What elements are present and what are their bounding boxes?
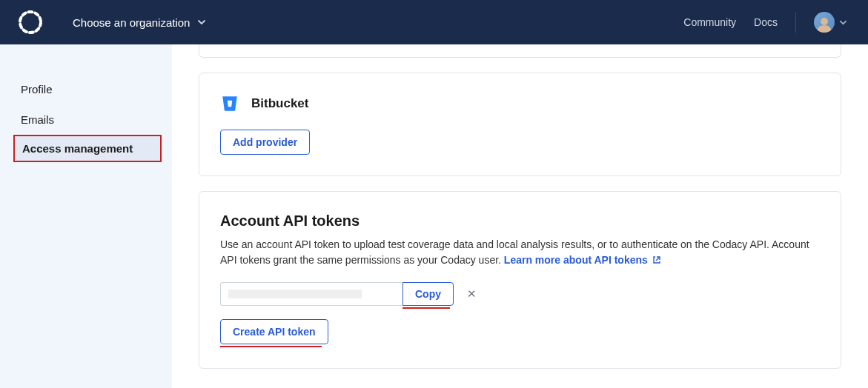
token-row: Copy ✕ [220, 282, 820, 306]
chevron-down-icon [839, 19, 847, 27]
delete-token-button[interactable]: ✕ [464, 287, 480, 301]
highlight-underline [220, 346, 322, 347]
org-selector-label: Choose an organization [73, 16, 190, 29]
chevron-down-icon [197, 18, 206, 27]
codacy-logo[interactable] [18, 10, 43, 35]
sidebar-item-profile[interactable]: Profile [0, 74, 172, 104]
create-api-token-button[interactable]: Create API token [220, 319, 328, 344]
token-value-field[interactable] [220, 282, 402, 306]
community-link[interactable]: Community [683, 16, 736, 28]
copy-button[interactable]: Copy [402, 282, 454, 306]
api-tokens-description: Use an account API token to upload test … [220, 237, 820, 269]
content: Bitbucket Add provider Account API token… [172, 44, 868, 388]
header-left: Choose an organization [18, 10, 206, 35]
provider-name: Bitbucket [251, 96, 308, 111]
learn-more-link[interactable]: Learn more about API tokens [504, 254, 661, 266]
sidebar-item-label: Emails [21, 113, 54, 126]
provider-card-bitbucket: Bitbucket Add provider [199, 73, 841, 176]
sidebar-item-label: Access management [22, 142, 133, 155]
svg-point-0 [20, 12, 41, 33]
avatar [814, 12, 835, 33]
highlight-underline [402, 307, 450, 309]
bitbucket-icon [220, 94, 239, 113]
api-tokens-title: Account API tokens [220, 213, 820, 230]
external-link-icon [652, 253, 661, 269]
top-header: Choose an organization Community Docs [0, 0, 868, 44]
sidebar-item-emails[interactable]: Emails [0, 104, 172, 135]
header-divider [795, 12, 796, 33]
provider-row: Bitbucket [220, 94, 820, 113]
token-input-group: Copy [220, 282, 454, 306]
org-selector[interactable]: Choose an organization [73, 16, 206, 29]
header-right: Community Docs [683, 12, 847, 33]
api-tokens-card: Account API tokens Use an account API to… [199, 191, 841, 369]
user-menu[interactable] [814, 12, 847, 33]
add-provider-button[interactable]: Add provider [220, 130, 310, 155]
sidebar: Profile Emails Access management [0, 44, 172, 388]
docs-link[interactable]: Docs [754, 16, 778, 28]
main-area: Profile Emails Access management Bitbuck… [0, 44, 868, 388]
logo-icon [18, 10, 43, 35]
sidebar-item-label: Profile [21, 83, 53, 96]
sidebar-item-access-management[interactable]: Access management [13, 135, 162, 162]
previous-card-edge [199, 44, 841, 58]
